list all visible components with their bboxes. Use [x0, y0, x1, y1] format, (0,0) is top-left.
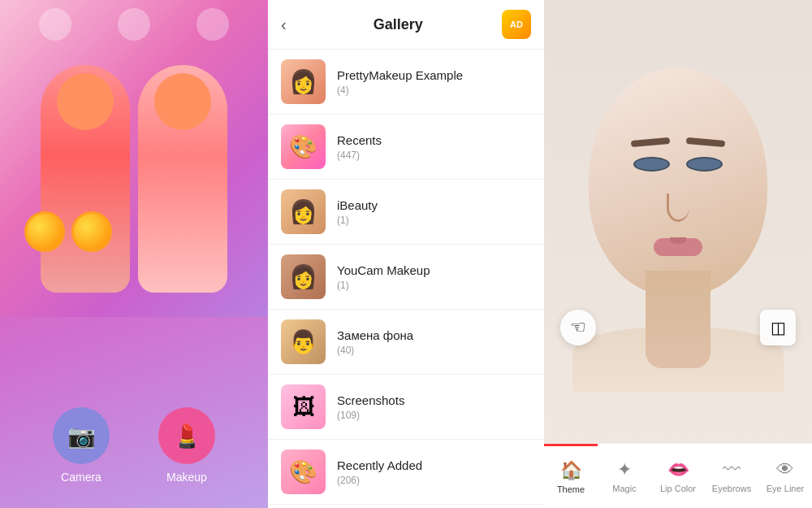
- tool-magic[interactable]: ✦ Magic: [598, 444, 651, 508]
- camera-button[interactable]: 📷 Camera: [53, 407, 110, 484]
- gallery-item-name: Recently Added: [337, 458, 422, 472]
- eye-left: [633, 157, 670, 172]
- magic-label: Magic: [612, 484, 636, 493]
- camera-label: Camera: [61, 471, 102, 484]
- gallery-item-count: (109): [337, 410, 404, 421]
- girls-area: [41, 65, 227, 293]
- makeup-item-1: [39, 8, 71, 41]
- gallery-item[interactable]: 🖼 Screenshots (109): [268, 375, 544, 440]
- gallery-panel: ‹ Gallery 👩 PrettyMakeup Example (4) 🎨 R…: [268, 0, 544, 508]
- thumb-icon: 👩: [281, 189, 326, 234]
- gallery-item-name: iBeauty: [337, 198, 378, 212]
- gallery-item-count: (1): [337, 215, 378, 226]
- nose: [667, 193, 689, 222]
- gallery-item[interactable]: 👩 YouCam Makeup (1): [268, 245, 544, 310]
- lips: [654, 238, 702, 256]
- tool-lip-color[interactable]: 👄 Lip Color: [651, 444, 705, 508]
- neck: [646, 271, 710, 368]
- gallery-item-count: (40): [337, 345, 413, 356]
- gallery-header: ‹ Gallery: [268, 0, 544, 50]
- gallery-item[interactable]: 👩 Portrait (3): [268, 505, 544, 508]
- gallery-item-count: (206): [337, 475, 422, 486]
- lip-color-label: Lip Color: [660, 484, 696, 493]
- eyebrows-label: Eyebrows: [712, 484, 751, 493]
- thumb-icon: 🖼: [281, 384, 326, 429]
- girl-right: [138, 65, 227, 293]
- gallery-info: iBeauty (1): [337, 198, 378, 226]
- back-button[interactable]: ‹: [281, 15, 287, 34]
- gallery-info: Recently Added (206): [337, 458, 422, 486]
- girl-left: [41, 65, 130, 293]
- gallery-item[interactable]: 🎨 Recents (447): [268, 115, 544, 180]
- eyebrows-icon: 〰: [723, 459, 741, 480]
- gallery-info: Recents (447): [337, 133, 382, 161]
- bottom-toolbar: 🏠 Theme ✦ Magic 👄 Lip Color 〰 Eyebrows 👁…: [544, 443, 812, 508]
- hand-cursor-button[interactable]: ☜: [560, 310, 596, 345]
- eyebrow-right: [686, 137, 726, 146]
- women-illustration: [0, 0, 268, 317]
- gallery-item-count: (447): [337, 150, 382, 161]
- gallery-item-count: (4): [337, 85, 463, 96]
- magic-icon: ✦: [617, 459, 632, 480]
- tool-eye-liner[interactable]: 👁 Eye Liner: [758, 444, 812, 508]
- eye-liner-label: Eye Liner: [767, 484, 804, 493]
- gallery-item-name: Замена фона: [337, 328, 413, 342]
- camera-icon: 📷: [53, 407, 110, 464]
- ad-badge[interactable]: [502, 10, 531, 39]
- makeup-item-2: [118, 8, 150, 41]
- eyebrow-left: [631, 137, 671, 146]
- gallery-thumb: 👩: [281, 254, 326, 299]
- girl-left-head: [57, 73, 114, 130]
- gallery-item-count: (1): [337, 280, 430, 291]
- eye-right: [686, 157, 723, 172]
- thumb-icon: 🎨: [281, 124, 326, 169]
- orange-circle-2: [71, 211, 112, 252]
- compare-button[interactable]: ◫: [760, 310, 796, 345]
- thumb-face-icon: 👩: [281, 59, 326, 104]
- gallery-thumb: 🖼: [281, 384, 326, 429]
- gallery-info: YouCam Makeup (1): [337, 263, 430, 291]
- thumb-icon: 👨: [281, 319, 326, 364]
- makeup-icon: 💄: [158, 407, 215, 464]
- girl-right-head: [154, 73, 211, 130]
- face-preview: ☜ ◫: [544, 0, 812, 443]
- gallery-thumb: 👩: [281, 189, 326, 234]
- makeup-button[interactable]: 💄 Makeup: [158, 407, 215, 484]
- tool-eyebrows[interactable]: 〰 Eyebrows: [705, 444, 758, 508]
- gallery-item[interactable]: 👩 PrettyMakeup Example (4): [268, 50, 544, 115]
- theme-icon: 🏠: [560, 460, 582, 481]
- tool-theme[interactable]: 🏠 Theme: [544, 444, 598, 508]
- face-container: [564, 51, 792, 393]
- gallery-item[interactable]: 👨 Замена фона (40): [268, 310, 544, 375]
- bottom-buttons: 📷 Camera 💄 Makeup: [53, 407, 215, 484]
- makeup-label: Makeup: [166, 471, 207, 484]
- face-oval: [589, 67, 767, 295]
- gallery-item[interactable]: 🎨 Recently Added (206): [268, 440, 544, 505]
- thumb-icon: 👩: [281, 254, 326, 299]
- gallery-title: Gallery: [295, 16, 502, 33]
- gallery-thumb: 👨: [281, 319, 326, 364]
- gallery-item[interactable]: 👩 iBeauty (1): [268, 180, 544, 245]
- makeup-item-3: [197, 8, 229, 41]
- hand-icon: ☜: [570, 317, 586, 338]
- gallery-item-name: Recents: [337, 133, 382, 147]
- gallery-info: PrettyMakeup Example (4): [337, 68, 463, 96]
- gallery-item-name: PrettyMakeup Example: [337, 68, 463, 82]
- orange-circles: [24, 211, 112, 252]
- hero-image: [0, 0, 268, 317]
- lip-color-icon: 👄: [667, 459, 689, 480]
- gallery-thumb: 🎨: [281, 449, 326, 494]
- gallery-list: 👩 PrettyMakeup Example (4) 🎨 Recents (44…: [268, 50, 544, 508]
- left-panel: 📷 Camera 💄 Makeup: [0, 0, 268, 508]
- makeup-panel: ☜ ◫ 🏠 Theme ✦ Magic 👄 Lip Color 〰 Eyebro…: [544, 0, 812, 508]
- gallery-info: Замена фона (40): [337, 328, 413, 356]
- gallery-thumb: 🎨: [281, 124, 326, 169]
- gallery-info: Screenshots (109): [337, 393, 404, 421]
- theme-label: Theme: [557, 484, 585, 494]
- orange-circle-1: [24, 211, 65, 252]
- gallery-thumb: 👩: [281, 59, 326, 104]
- makeup-decorations: [0, 8, 268, 41]
- compare-icon: ◫: [771, 318, 786, 337]
- gallery-item-name: Screenshots: [337, 393, 404, 407]
- gallery-item-name: YouCam Makeup: [337, 263, 430, 277]
